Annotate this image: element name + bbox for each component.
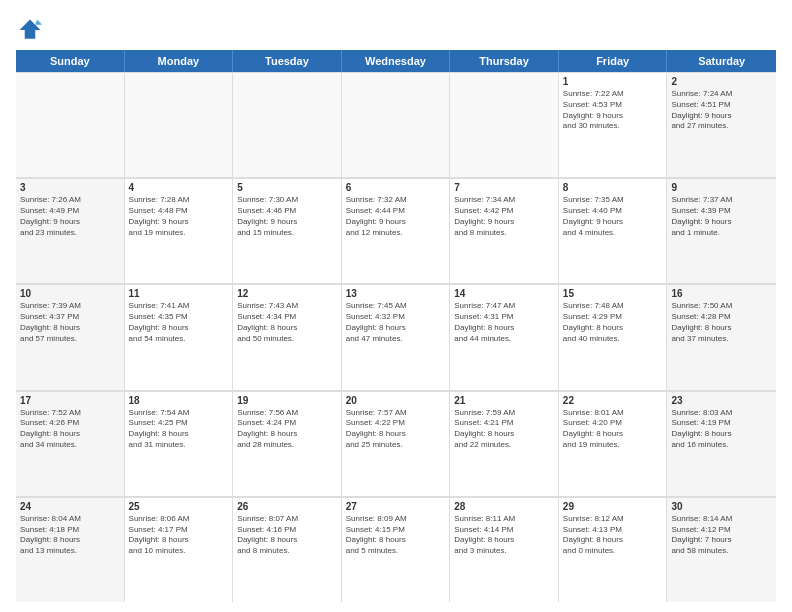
day-cell-23: 23Sunrise: 8:03 AMSunset: 4:19 PMDayligh… <box>667 391 776 496</box>
page: SundayMondayTuesdayWednesdayThursdayFrid… <box>0 0 792 612</box>
day-cell-5: 5Sunrise: 7:30 AMSunset: 4:46 PMDaylight… <box>233 178 342 283</box>
day-info: Sunrise: 7:24 AMSunset: 4:51 PMDaylight:… <box>671 89 772 132</box>
day-info: Sunrise: 7:37 AMSunset: 4:39 PMDaylight:… <box>671 195 772 238</box>
day-cell-28: 28Sunrise: 8:11 AMSunset: 4:14 PMDayligh… <box>450 497 559 602</box>
day-cell-6: 6Sunrise: 7:32 AMSunset: 4:44 PMDaylight… <box>342 178 451 283</box>
day-info: Sunrise: 7:26 AMSunset: 4:49 PMDaylight:… <box>20 195 120 238</box>
day-cell-19: 19Sunrise: 7:56 AMSunset: 4:24 PMDayligh… <box>233 391 342 496</box>
day-number: 6 <box>346 182 446 193</box>
empty-cell <box>125 72 234 177</box>
calendar-row-3: 10Sunrise: 7:39 AMSunset: 4:37 PMDayligh… <box>16 284 776 390</box>
day-cell-27: 27Sunrise: 8:09 AMSunset: 4:15 PMDayligh… <box>342 497 451 602</box>
day-info: Sunrise: 7:59 AMSunset: 4:21 PMDaylight:… <box>454 408 554 451</box>
day-cell-2: 2Sunrise: 7:24 AMSunset: 4:51 PMDaylight… <box>667 72 776 177</box>
day-number: 21 <box>454 395 554 406</box>
day-number: 15 <box>563 288 663 299</box>
day-cell-8: 8Sunrise: 7:35 AMSunset: 4:40 PMDaylight… <box>559 178 668 283</box>
day-cell-25: 25Sunrise: 8:06 AMSunset: 4:17 PMDayligh… <box>125 497 234 602</box>
day-cell-22: 22Sunrise: 8:01 AMSunset: 4:20 PMDayligh… <box>559 391 668 496</box>
day-number: 23 <box>671 395 772 406</box>
day-cell-9: 9Sunrise: 7:37 AMSunset: 4:39 PMDaylight… <box>667 178 776 283</box>
day-info: Sunrise: 8:07 AMSunset: 4:16 PMDaylight:… <box>237 514 337 557</box>
header-day-monday: Monday <box>125 50 234 72</box>
calendar: SundayMondayTuesdayWednesdayThursdayFrid… <box>16 50 776 602</box>
day-info: Sunrise: 8:01 AMSunset: 4:20 PMDaylight:… <box>563 408 663 451</box>
day-cell-20: 20Sunrise: 7:57 AMSunset: 4:22 PMDayligh… <box>342 391 451 496</box>
day-info: Sunrise: 7:50 AMSunset: 4:28 PMDaylight:… <box>671 301 772 344</box>
header-day-wednesday: Wednesday <box>342 50 451 72</box>
day-number: 27 <box>346 501 446 512</box>
day-number: 26 <box>237 501 337 512</box>
svg-marker-1 <box>35 20 42 25</box>
day-cell-26: 26Sunrise: 8:07 AMSunset: 4:16 PMDayligh… <box>233 497 342 602</box>
empty-cell <box>233 72 342 177</box>
day-info: Sunrise: 7:56 AMSunset: 4:24 PMDaylight:… <box>237 408 337 451</box>
day-cell-3: 3Sunrise: 7:26 AMSunset: 4:49 PMDaylight… <box>16 178 125 283</box>
day-number: 3 <box>20 182 120 193</box>
day-number: 11 <box>129 288 229 299</box>
day-cell-13: 13Sunrise: 7:45 AMSunset: 4:32 PMDayligh… <box>342 284 451 389</box>
day-cell-11: 11Sunrise: 7:41 AMSunset: 4:35 PMDayligh… <box>125 284 234 389</box>
empty-cell <box>342 72 451 177</box>
header-day-sunday: Sunday <box>16 50 125 72</box>
day-info: Sunrise: 7:48 AMSunset: 4:29 PMDaylight:… <box>563 301 663 344</box>
header-day-thursday: Thursday <box>450 50 559 72</box>
day-number: 20 <box>346 395 446 406</box>
header-day-saturday: Saturday <box>667 50 776 72</box>
day-number: 14 <box>454 288 554 299</box>
calendar-body: 1Sunrise: 7:22 AMSunset: 4:53 PMDaylight… <box>16 72 776 602</box>
calendar-row-1: 1Sunrise: 7:22 AMSunset: 4:53 PMDaylight… <box>16 72 776 178</box>
day-cell-1: 1Sunrise: 7:22 AMSunset: 4:53 PMDaylight… <box>559 72 668 177</box>
day-number: 9 <box>671 182 772 193</box>
day-info: Sunrise: 8:04 AMSunset: 4:18 PMDaylight:… <box>20 514 120 557</box>
day-info: Sunrise: 7:35 AMSunset: 4:40 PMDaylight:… <box>563 195 663 238</box>
day-number: 1 <box>563 76 663 87</box>
day-number: 8 <box>563 182 663 193</box>
calendar-header: SundayMondayTuesdayWednesdayThursdayFrid… <box>16 50 776 72</box>
day-info: Sunrise: 7:54 AMSunset: 4:25 PMDaylight:… <box>129 408 229 451</box>
day-cell-18: 18Sunrise: 7:54 AMSunset: 4:25 PMDayligh… <box>125 391 234 496</box>
header-day-tuesday: Tuesday <box>233 50 342 72</box>
day-info: Sunrise: 7:43 AMSunset: 4:34 PMDaylight:… <box>237 301 337 344</box>
day-cell-4: 4Sunrise: 7:28 AMSunset: 4:48 PMDaylight… <box>125 178 234 283</box>
day-info: Sunrise: 8:12 AMSunset: 4:13 PMDaylight:… <box>563 514 663 557</box>
day-info: Sunrise: 7:39 AMSunset: 4:37 PMDaylight:… <box>20 301 120 344</box>
day-number: 16 <box>671 288 772 299</box>
day-number: 28 <box>454 501 554 512</box>
day-number: 24 <box>20 501 120 512</box>
day-number: 19 <box>237 395 337 406</box>
empty-cell <box>450 72 559 177</box>
day-cell-15: 15Sunrise: 7:48 AMSunset: 4:29 PMDayligh… <box>559 284 668 389</box>
day-cell-12: 12Sunrise: 7:43 AMSunset: 4:34 PMDayligh… <box>233 284 342 389</box>
day-cell-7: 7Sunrise: 7:34 AMSunset: 4:42 PMDaylight… <box>450 178 559 283</box>
day-cell-30: 30Sunrise: 8:14 AMSunset: 4:12 PMDayligh… <box>667 497 776 602</box>
day-cell-17: 17Sunrise: 7:52 AMSunset: 4:26 PMDayligh… <box>16 391 125 496</box>
day-cell-29: 29Sunrise: 8:12 AMSunset: 4:13 PMDayligh… <box>559 497 668 602</box>
day-info: Sunrise: 8:11 AMSunset: 4:14 PMDaylight:… <box>454 514 554 557</box>
day-info: Sunrise: 8:03 AMSunset: 4:19 PMDaylight:… <box>671 408 772 451</box>
day-info: Sunrise: 7:28 AMSunset: 4:48 PMDaylight:… <box>129 195 229 238</box>
header <box>16 16 776 44</box>
empty-cell <box>16 72 125 177</box>
calendar-row-4: 17Sunrise: 7:52 AMSunset: 4:26 PMDayligh… <box>16 391 776 497</box>
day-info: Sunrise: 7:30 AMSunset: 4:46 PMDaylight:… <box>237 195 337 238</box>
day-number: 30 <box>671 501 772 512</box>
day-info: Sunrise: 7:47 AMSunset: 4:31 PMDaylight:… <box>454 301 554 344</box>
day-number: 17 <box>20 395 120 406</box>
calendar-row-2: 3Sunrise: 7:26 AMSunset: 4:49 PMDaylight… <box>16 178 776 284</box>
day-number: 10 <box>20 288 120 299</box>
day-number: 18 <box>129 395 229 406</box>
day-info: Sunrise: 7:57 AMSunset: 4:22 PMDaylight:… <box>346 408 446 451</box>
day-info: Sunrise: 7:52 AMSunset: 4:26 PMDaylight:… <box>20 408 120 451</box>
day-cell-14: 14Sunrise: 7:47 AMSunset: 4:31 PMDayligh… <box>450 284 559 389</box>
day-info: Sunrise: 7:22 AMSunset: 4:53 PMDaylight:… <box>563 89 663 132</box>
day-info: Sunrise: 8:09 AMSunset: 4:15 PMDaylight:… <box>346 514 446 557</box>
day-number: 25 <box>129 501 229 512</box>
day-number: 4 <box>129 182 229 193</box>
logo-icon <box>16 16 44 44</box>
day-number: 5 <box>237 182 337 193</box>
day-info: Sunrise: 8:06 AMSunset: 4:17 PMDaylight:… <box>129 514 229 557</box>
day-info: Sunrise: 7:45 AMSunset: 4:32 PMDaylight:… <box>346 301 446 344</box>
day-number: 7 <box>454 182 554 193</box>
day-cell-24: 24Sunrise: 8:04 AMSunset: 4:18 PMDayligh… <box>16 497 125 602</box>
